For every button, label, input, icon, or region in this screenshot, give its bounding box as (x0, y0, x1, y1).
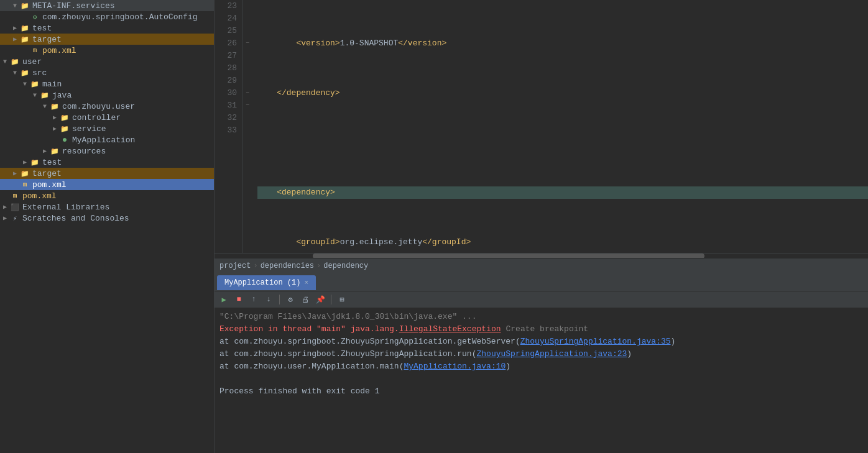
arrow-ext-lib (0, 203, 10, 211)
code-line-25 (257, 137, 868, 149)
sidebar-item-external-lib[interactable]: ⬛ External Libraries (0, 201, 214, 213)
arrow-src (10, 70, 20, 76)
fold-26[interactable]: − (246, 37, 249, 50)
service-label: service (72, 124, 106, 134)
line-numbers: 23 24 25 26 27 28 29 30 31 32 33 (215, 0, 242, 253)
stop-btn[interactable]: ■ (232, 293, 246, 306)
xml1-icon: m (30, 45, 40, 55)
java-exe-text: "C:\Program Files\Java\jdk1.8.0_301\bin\… (219, 311, 476, 323)
java-label: java (52, 91, 72, 100)
breadcrumb-project[interactable]: project (219, 262, 251, 270)
sidebar-item-scratches[interactable]: ⚡ Scratches and Consoles (0, 213, 214, 224)
sidebar-item-java[interactable]: 📁 java (0, 89, 214, 101)
sidebar-item-pom3[interactable]: m pom.xml (0, 190, 214, 201)
run-tab-label: MyApplication (1) (224, 278, 300, 287)
stack1-prefix: at com.zhouyu.springboot.ZhouyuSpringApp… (219, 336, 457, 348)
pin-btn[interactable]: 📌 (313, 293, 327, 306)
sidebar-item-myapplication[interactable]: ● MyApplication (0, 134, 214, 145)
console-output: "C:\Program Files\Java\jdk1.8.0_301\bin\… (215, 308, 868, 453)
fold-30[interactable]: − (246, 87, 249, 99)
project-sidebar: 📁 META-INF.services ⚙ com.zhouyu.springb… (0, 0, 215, 453)
arrow-user (0, 58, 10, 65)
sidebar-item-pom2[interactable]: m pom.xml (0, 179, 214, 190)
code-line-27: <groupId>org.eclipse.jetty</groupId> (257, 236, 868, 249)
console-exception: Exception in thread "main" java.lang.Ill… (219, 323, 863, 336)
run-panel: MyApplication (1) × ▶ ■ ↑ ↓ ⚙ 🖨 📌 ⊞ (215, 273, 868, 453)
pom2-icon: m (20, 180, 30, 190)
sidebar-item-meta-inf[interactable]: 📁 META-INF.services (0, 0, 214, 11)
arrow-resources (40, 147, 50, 155)
exception-class: IllegalStateException (399, 323, 501, 336)
ext-lib-label: External Libraries (22, 203, 109, 212)
sidebar-item-target2[interactable]: 📁 target (0, 168, 214, 179)
print-btn[interactable]: 🖨 (298, 293, 312, 306)
scratches-icon: ⚡ (10, 213, 20, 223)
console-stack-3: at com.zhouyu.user.MyApplication.main(My… (219, 360, 863, 373)
pom3-label: pom.xml (22, 191, 57, 201)
expand-btn[interactable]: ⊞ (335, 293, 349, 306)
run-tab-myapplication[interactable]: MyApplication (1) × (217, 275, 316, 290)
sidebar-item-controller[interactable]: 📁 controller (0, 112, 214, 123)
sidebar-item-service[interactable]: 📁 service (0, 123, 214, 134)
arrow-test2 (20, 158, 30, 166)
autoconfig-label: com.zhouyu.springboot.AutoConfig (42, 12, 198, 22)
play-btn[interactable]: ▶ (217, 293, 231, 306)
breadcrumb-dependency[interactable]: dependency (323, 262, 368, 270)
code-line-26: <dependency> (257, 186, 868, 199)
sidebar-item-autoconfig[interactable]: ⚙ com.zhouyu.springboot.AutoConfig (0, 11, 214, 22)
scroll-down-btn[interactable]: ↓ (262, 293, 275, 306)
stack1-link[interactable]: ZhouyuSpringApplication.java:35 (520, 336, 671, 348)
folder-closed-icon: 📁 (20, 23, 30, 33)
sidebar-item-test2[interactable]: 📁 test (0, 157, 214, 168)
arrow-target1 (10, 35, 20, 43)
arrow-meta-inf (10, 2, 20, 9)
code-editor: 23 24 25 26 27 28 29 30 31 32 33 (215, 0, 868, 273)
stack3-prefix: at com.zhouyu.user.MyApplication. (219, 360, 379, 373)
stack3-suffix: ) (506, 360, 510, 373)
target1-label: target (32, 35, 62, 44)
arrow-service (50, 125, 60, 132)
sidebar-item-resources[interactable]: 📁 resources (0, 145, 214, 157)
sidebar-item-com-zhouyu-user[interactable]: 📁 com.zhouyu.user (0, 101, 214, 112)
com-zhouyu-label: com.zhouyu.user (62, 102, 135, 111)
console-stack-1: at com.zhouyu.springboot.ZhouyuSpringApp… (219, 336, 863, 348)
arrow-java (30, 92, 40, 99)
code-body: <version>1.0-SNAPSHOT</version> </depend… (252, 0, 868, 253)
stack3-method: main( (379, 360, 404, 373)
test2-icon: 📁 (30, 157, 40, 167)
target1-icon: 📁 (20, 34, 30, 44)
arrow-main (20, 81, 30, 88)
code-line-23: <version>1.0-SNAPSHOT</version> (257, 37, 868, 50)
sidebar-item-test1[interactable]: 📁 test (0, 22, 214, 34)
code-line-24: </dependency> (257, 87, 868, 99)
run-tabs: MyApplication (1) × (215, 274, 868, 291)
console-blank (219, 373, 863, 385)
main-label: main (42, 80, 62, 89)
stack2-link[interactable]: ZhouyuSpringApplication.java:23 (476, 348, 627, 360)
sidebar-item-src[interactable]: 📁 src (0, 67, 214, 78)
console-stack-2: at com.zhouyu.springboot.ZhouyuSpringApp… (219, 348, 863, 360)
run-tab-close[interactable]: × (304, 279, 308, 286)
arrow-scratches (0, 214, 10, 222)
target2-icon: 📁 (20, 168, 30, 178)
sidebar-item-target1[interactable]: 📁 target (0, 34, 214, 45)
src-icon: 📁 (20, 68, 30, 78)
console-process-finished: Process finished with exit code 1 (219, 385, 863, 398)
sidebar-item-user[interactable]: 📁 user (0, 56, 214, 67)
myapp-icon: ● (60, 135, 70, 145)
create-breakpoint[interactable]: Create breakpoint (506, 323, 588, 336)
test2-label: test (42, 158, 62, 167)
fold-31[interactable]: − (246, 99, 249, 112)
code-area[interactable]: 23 24 25 26 27 28 29 30 31 32 33 (215, 0, 868, 253)
settings-btn[interactable]: ⚙ (284, 293, 297, 306)
arrow-test1 (10, 24, 20, 32)
folder-icon: 📁 (20, 1, 30, 11)
stack3-link[interactable]: MyApplication.java:10 (404, 360, 506, 373)
stack1-method: getWebServer( (457, 336, 520, 348)
sidebar-item-main[interactable]: 📁 main (0, 78, 214, 89)
controller-label: controller (72, 113, 121, 122)
breadcrumb-dependencies[interactable]: dependencies (261, 262, 314, 270)
sidebar-item-pom1[interactable]: m pom.xml (0, 45, 214, 56)
scroll-up-btn[interactable]: ↑ (247, 293, 261, 306)
user-folder-icon: 📁 (10, 57, 20, 66)
